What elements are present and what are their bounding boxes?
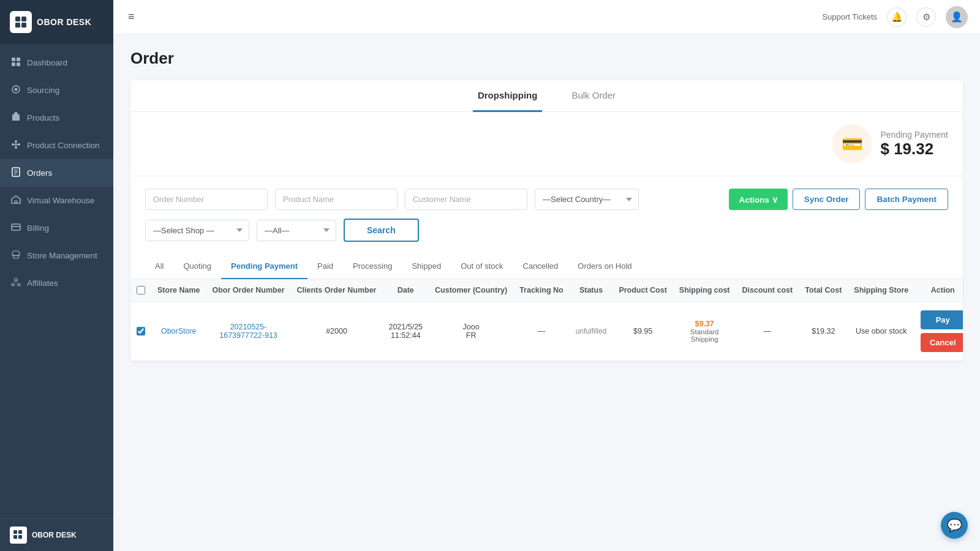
bell-icon: 🔔 — [891, 12, 903, 23]
order-tab-pending-payment[interactable]: Pending Payment — [221, 254, 307, 279]
status-badge: unfulfilled — [576, 327, 607, 335]
col-customer-country: Customer (Country) — [429, 279, 513, 302]
col-action: Action — [914, 279, 963, 302]
products-icon — [11, 112, 21, 124]
orders-icon — [11, 167, 21, 179]
order-tab-processing[interactable]: Processing — [343, 254, 402, 279]
sidebar-item-dashboard[interactable]: Dashboard — [0, 49, 113, 77]
order-tab-quoting[interactable]: Quoting — [173, 254, 221, 279]
order-tab-paid[interactable]: Paid — [307, 254, 343, 279]
svg-point-9 — [15, 88, 18, 91]
sidebar: OBOR DESK Dashboard Sourcing Products P — [0, 0, 113, 551]
sidebar-item-store-management[interactable]: Store Management — [0, 242, 113, 269]
svg-rect-0 — [15, 17, 20, 21]
row-obor-order-number: 20210525-1673977722-913 — [206, 302, 290, 361]
col-store-name: Store Name — [151, 279, 206, 302]
sidebar-item-affiliates[interactable]: Affiliates — [0, 269, 113, 297]
order-tab-all[interactable]: All — [145, 254, 173, 279]
row-clients-order-number: #2000 — [291, 302, 383, 361]
search-button[interactable]: Search — [344, 219, 419, 242]
topbar-left: ≡ — [126, 8, 137, 26]
hamburger-button[interactable]: ≡ — [126, 8, 137, 26]
order-tab-cancelled[interactable]: Cancelled — [513, 254, 568, 279]
shipping-method: Standard Shipping — [679, 328, 730, 343]
sidebar-item-label: Dashboard — [27, 58, 67, 67]
order-tab-orders-on-hold[interactable]: Orders on Hold — [568, 254, 641, 279]
product-name-input[interactable] — [275, 189, 398, 210]
payment-icon: 💳 — [842, 134, 863, 154]
sidebar-item-virtual-warehouse[interactable]: Virtual Warehouse — [0, 187, 113, 214]
filters-row-2: —Select Shop — OborStore —All— Fulfilled… — [145, 219, 948, 242]
sidebar-item-label: Products — [27, 113, 59, 122]
sidebar-item-product-connection[interactable]: Product Connection — [0, 132, 113, 159]
pending-payment-icon: 💳 — [832, 124, 872, 163]
row-action: Pay Cancel — [914, 302, 963, 361]
batch-payment-button[interactable]: Batch Payment — [865, 189, 948, 210]
pending-payment-area: 💳 Pending Payment $ 19.32 — [130, 112, 963, 176]
svg-rect-5 — [17, 58, 20, 61]
store-icon — [11, 250, 21, 261]
col-product-cost: Product Cost — [612, 279, 673, 302]
pending-payment-box: 💳 Pending Payment $ 19.32 — [832, 124, 948, 163]
footer-logo-text: OBOR DESK — [32, 531, 77, 539]
svg-rect-1 — [21, 17, 26, 21]
sidebar-item-products[interactable]: Products — [0, 104, 113, 132]
svg-rect-22 — [13, 535, 17, 539]
obor-order-number-link[interactable]: 20210525-1673977722-913 — [219, 323, 277, 340]
orders-table: Store Name Obor Order Number Clients Ord… — [130, 279, 963, 361]
country-select[interactable]: —Select Country— US FR UK DE — [535, 189, 639, 210]
sidebar-item-orders[interactable]: Orders — [0, 159, 113, 187]
notification-button[interactable]: 🔔 — [887, 7, 907, 27]
settings-button[interactable]: ⚙ — [916, 7, 936, 27]
row-product-cost: $9.95 — [612, 302, 673, 361]
user-avatar[interactable]: 👤 — [946, 6, 968, 28]
cancel-button[interactable]: Cancel — [921, 333, 963, 352]
svg-rect-16 — [12, 224, 20, 230]
col-total-cost: Total Cost — [799, 279, 848, 302]
sidebar-item-billing[interactable]: Billing — [0, 214, 113, 242]
order-number-input[interactable] — [145, 189, 268, 210]
sidebar-item-label: Virtual Warehouse — [27, 196, 94, 205]
page-title: Order — [130, 49, 963, 68]
sidebar-footer: OBOR DESK — [0, 519, 113, 551]
sidebar-logo[interactable]: OBOR DESK — [0, 0, 113, 44]
svg-rect-23 — [18, 535, 22, 539]
tab-bulk-order[interactable]: Bulk Order — [567, 80, 620, 112]
chat-icon: 💬 — [947, 518, 962, 533]
pay-button[interactable]: Pay — [921, 310, 963, 329]
filters-row-1: —Select Country— US FR UK DE Actions ∨ S… — [145, 189, 948, 210]
tab-dropshipping[interactable]: Dropshipping — [473, 80, 543, 112]
customer-name-input[interactable] — [405, 189, 527, 210]
svg-point-11 — [18, 143, 20, 146]
chat-bubble-button[interactable]: 💬 — [941, 512, 968, 539]
main-area: ≡ Support Tickets 🔔 ⚙ 👤 Order Dropshippi… — [113, 0, 980, 551]
shipping-cost-value: $9.37 — [679, 320, 730, 328]
order-card: Dropshipping Bulk Order 💳 Pending Paymen… — [130, 80, 963, 361]
affiliates-icon — [11, 277, 21, 289]
shop-select[interactable]: —Select Shop — OborStore — [145, 220, 249, 241]
col-shipping-cost: Shipping cost — [673, 279, 736, 302]
table-row: OborStore 20210525-1673977722-913 #2000 … — [130, 302, 963, 361]
row-customer-country: Jooo FR — [429, 302, 513, 361]
logo-icon — [10, 11, 32, 33]
filters-area: —Select Country— US FR UK DE Actions ∨ S… — [130, 176, 963, 254]
dashboard-icon — [11, 57, 21, 69]
store-name-link[interactable]: OborStore — [161, 327, 197, 335]
sidebar-nav: Dashboard Sourcing Products Product Conn… — [0, 44, 113, 519]
support-tickets-link[interactable]: Support Tickets — [822, 12, 877, 21]
col-checkbox — [130, 279, 151, 302]
row-discount-cost: — — [736, 302, 799, 361]
sidebar-item-sourcing[interactable]: Sourcing — [0, 77, 113, 104]
sync-order-button[interactable]: Sync Order — [793, 189, 861, 210]
order-tab-shipped[interactable]: Shipped — [402, 254, 451, 279]
sidebar-item-label: Affiliates — [27, 279, 58, 288]
footer-logo-icon — [10, 527, 27, 544]
select-all-checkbox[interactable] — [137, 286, 145, 294]
order-tab-out-of-stock[interactable]: Out of stock — [451, 254, 513, 279]
svg-point-12 — [15, 140, 17, 143]
actions-button[interactable]: Actions ∨ — [729, 189, 787, 210]
all-select[interactable]: —All— Fulfilled Unfulfilled — [257, 220, 336, 241]
warehouse-icon — [11, 195, 21, 206]
svg-point-17 — [15, 279, 18, 282]
row-checkbox[interactable] — [137, 327, 145, 335]
